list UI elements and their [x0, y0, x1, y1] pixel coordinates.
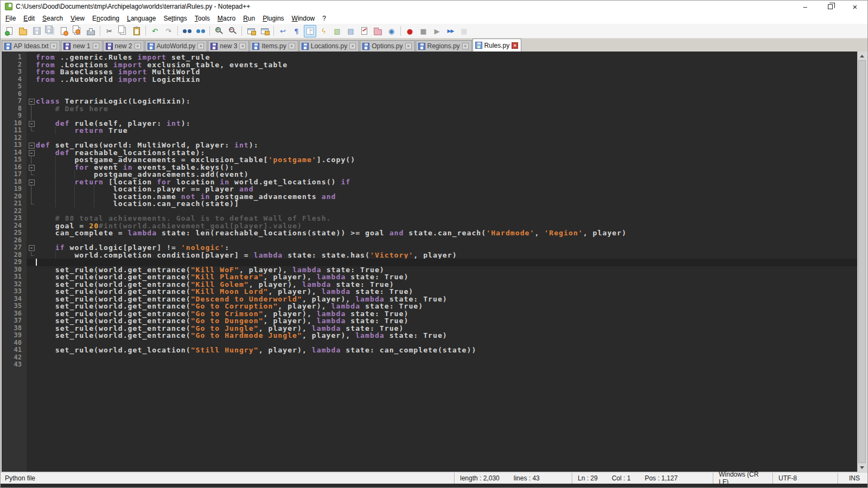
- fold-marker-icon[interactable]: [27, 120, 36, 127]
- close-button[interactable]: ×: [843, 1, 867, 12]
- replace-icon[interactable]: [194, 25, 207, 37]
- menu-item-view[interactable]: View: [67, 14, 88, 23]
- code-line[interactable]: 29: [2, 259, 857, 266]
- code-line[interactable]: 36 set_rule(world.get_entrance("Go to Cr…: [2, 310, 857, 318]
- menu-item-[interactable]: ?: [318, 14, 330, 23]
- minimize-button[interactable]: –: [793, 1, 818, 12]
- code-line[interactable]: 37 set_rule(world.get_entrance("Go to Du…: [2, 317, 857, 325]
- code-line[interactable]: 3from BaseClasses import MultiWorld: [2, 68, 857, 76]
- menu-item-window[interactable]: Window: [288, 14, 319, 23]
- print-icon[interactable]: [85, 25, 97, 37]
- menu-item-plugins[interactable]: Plugins: [259, 14, 288, 23]
- open-file-icon[interactable]: [17, 25, 29, 37]
- code-line[interactable]: 25 can_complete = lambda state: len(reac…: [2, 229, 857, 237]
- code-line[interactable]: 22: [2, 208, 857, 215]
- code-line[interactable]: 14 def reachable_locations(state):: [2, 149, 857, 157]
- show-all-characters-icon[interactable]: ¶: [290, 25, 303, 37]
- close-file-icon[interactable]: [58, 25, 70, 37]
- code-line[interactable]: 6: [2, 91, 857, 98]
- fold-marker-icon[interactable]: [27, 164, 36, 171]
- tab-close-icon[interactable]: ×: [239, 43, 246, 49]
- tab-close-icon[interactable]: ×: [197, 43, 204, 49]
- menu-item-tools[interactable]: Tools: [191, 14, 214, 23]
- menu-item-macro[interactable]: Macro: [214, 14, 239, 23]
- scroll-down-button[interactable]: [858, 463, 866, 472]
- code-line[interactable]: 19 location.player == player and: [2, 185, 857, 193]
- code-line[interactable]: 35 set_rule(world.get_entrance("Go to Co…: [2, 303, 857, 310]
- word-wrap-icon[interactable]: ↩: [277, 25, 289, 37]
- menu-item-language[interactable]: Language: [123, 14, 159, 23]
- close-all-icon[interactable]: [71, 25, 84, 37]
- zoom-out-icon[interactable]: −: [226, 25, 239, 37]
- code-line[interactable]: 42: [2, 354, 857, 362]
- code-line[interactable]: 8 # Defs here: [2, 105, 857, 113]
- indent-guide-icon[interactable]: [304, 25, 316, 37]
- tab-close-icon[interactable]: ×: [93, 43, 99, 49]
- code-line[interactable]: 5: [2, 83, 857, 91]
- code-line[interactable]: 16 for event in events_table.keys():: [2, 164, 857, 171]
- macro-play-icon[interactable]: ▶: [431, 25, 443, 37]
- code-line[interactable]: 15 postgame_advancements = exclusion_tab…: [2, 156, 857, 164]
- redo-icon[interactable]: ↷: [162, 25, 175, 37]
- code-line[interactable]: 18 return [location for location in worl…: [2, 178, 857, 186]
- code-line[interactable]: 9: [2, 112, 857, 120]
- status-eol-format[interactable]: Windows (CR LF): [713, 473, 773, 484]
- tab-rules-py[interactable]: Rules.py×: [473, 38, 522, 52]
- find-icon[interactable]: [181, 25, 193, 37]
- tab-close-icon[interactable]: ×: [512, 42, 518, 49]
- tab-ap-ideas-txt[interactable]: AP Ideas.txt×: [2, 40, 60, 52]
- macro-record-icon[interactable]: ●: [404, 25, 416, 37]
- function-list-icon[interactable]: ϟ: [317, 25, 330, 37]
- new-file-icon[interactable]: [3, 25, 16, 37]
- document-map-icon[interactable]: ▧: [331, 25, 343, 37]
- code-line[interactable]: 21 location.can_reach(state)]: [2, 200, 857, 208]
- status-insert-mode[interactable]: INS: [838, 473, 867, 484]
- document-list-icon[interactable]: ▤: [344, 25, 357, 37]
- code-line[interactable]: 4from ..AutoWorld import LogicMixin: [2, 76, 857, 84]
- code-line[interactable]: 1from ..generic.Rules import set_rule: [2, 54, 857, 61]
- zoom-in-icon[interactable]: +: [213, 25, 225, 37]
- tab-close-icon[interactable]: ×: [462, 43, 469, 49]
- tab-close-icon[interactable]: ×: [50, 43, 57, 49]
- fold-marker-icon[interactable]: [27, 142, 36, 149]
- code-line[interactable]: 23 # 88 total achievements. Goal is to d…: [2, 215, 857, 222]
- tab-close-icon[interactable]: ×: [135, 43, 141, 49]
- fold-marker-icon[interactable]: [27, 149, 36, 157]
- editor-area[interactable]: 1from ..generic.Rules import set_rule2fr…: [1, 52, 867, 472]
- sync-vertical-icon[interactable]: [245, 25, 257, 37]
- tab-close-icon[interactable]: ×: [349, 43, 356, 49]
- tab-locations-py[interactable]: Locations.py×: [299, 40, 359, 52]
- macro-save-icon[interactable]: ▦: [458, 25, 470, 37]
- code-line[interactable]: 38 set_rule(world.get_entrance("Go to Ju…: [2, 325, 857, 332]
- tab-items-py[interactable]: Items.py×: [250, 40, 298, 52]
- cut-icon[interactable]: ✂: [103, 25, 116, 37]
- tab-regions-py[interactable]: Regions.py×: [416, 40, 472, 52]
- tab-new-1[interactable]: new 1×: [61, 40, 102, 52]
- tab-close-icon[interactable]: ×: [405, 43, 412, 49]
- code-line[interactable]: 12: [2, 134, 857, 142]
- code-line[interactable]: 39 set_rule(world.get_entrance("Go to Ha…: [2, 332, 857, 339]
- scrollbar-thumb[interactable]: [858, 60, 866, 463]
- code-line[interactable]: 43: [2, 361, 857, 369]
- copy-icon[interactable]: [117, 25, 129, 37]
- code-line[interactable]: 40: [2, 339, 857, 347]
- code-line[interactable]: 30 set_rule(world.get_entrance("Kill WoF…: [2, 266, 857, 274]
- fold-marker-icon[interactable]: [27, 244, 36, 252]
- vertical-scrollbar[interactable]: [857, 52, 866, 472]
- tab-close-icon[interactable]: ×: [289, 43, 295, 49]
- macro-stop-icon[interactable]: ■: [417, 25, 430, 37]
- code-line[interactable]: 33 set_rule(world.get_entrance("Kill Moo…: [2, 288, 857, 296]
- code-line[interactable]: 28 world.completion_condition[player] = …: [2, 252, 857, 259]
- tab-new-2[interactable]: new 2×: [103, 40, 144, 52]
- fold-marker-icon[interactable]: [27, 98, 36, 105]
- paste-icon[interactable]: [130, 25, 143, 37]
- menu-item-file[interactable]: File: [2, 14, 20, 23]
- code-line[interactable]: 27 if world.logic[player] != 'nologic':: [2, 244, 857, 252]
- menu-item-search[interactable]: Search: [39, 14, 67, 23]
- code-line[interactable]: 7class TerrariaLogic(LogicMixin):: [2, 98, 857, 105]
- menu-item-encoding[interactable]: Encoding: [88, 14, 123, 23]
- code-line[interactable]: 17 postgame_advancements.add(event): [2, 171, 857, 178]
- tab-options-py[interactable]: Options.py×: [360, 40, 414, 52]
- menu-item-run[interactable]: Run: [239, 14, 259, 23]
- code-line[interactable]: 10 def rule(self, player: int):: [2, 120, 857, 127]
